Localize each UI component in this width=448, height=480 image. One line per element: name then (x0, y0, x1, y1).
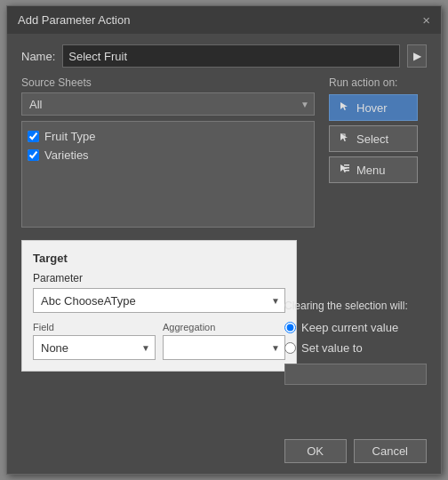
field-select[interactable]: None (33, 335, 156, 360)
run-action-section: Run action on: Hover (329, 76, 427, 228)
svg-rect-3 (344, 170, 349, 172)
source-sheets-label: Source Sheets (21, 76, 315, 89)
footer: OK Cancel (284, 439, 427, 463)
varieties-checkbox[interactable] (28, 149, 39, 161)
hover-icon (339, 100, 351, 116)
name-label: Name: (21, 50, 55, 63)
field-label: Field (33, 322, 156, 332)
close-button[interactable]: × (422, 13, 430, 27)
parameter-select[interactable]: Abc ChooseAType (33, 288, 285, 313)
select-label: Select (356, 132, 388, 146)
menu-icon (339, 163, 351, 178)
ok-button[interactable]: OK (284, 439, 347, 463)
list-item: Varieties (28, 146, 308, 164)
svg-rect-1 (344, 164, 349, 166)
svg-rect-2 (344, 167, 349, 169)
menu-label: Menu (356, 164, 386, 177)
dialog: Add Parameter Action × Name: ▶ Source Sh… (6, 5, 442, 475)
keep-current-row: Keep current value (284, 321, 427, 334)
clearing-section: Clearing the selection will: Keep curren… (284, 300, 427, 385)
fruit-type-label: Fruit Type (44, 130, 96, 143)
keep-current-radio[interactable] (284, 322, 296, 333)
run-action-label: Run action on: (329, 76, 397, 89)
varieties-label: Varieties (44, 148, 89, 162)
source-dropdown[interactable]: All (21, 92, 315, 116)
name-input[interactable] (62, 44, 400, 68)
name-row: Name: ▶ (21, 44, 427, 68)
sheets-list: Fruit Type Varieties (21, 121, 315, 228)
list-item: Fruit Type (28, 127, 308, 146)
set-value-row: Set value to (284, 341, 427, 355)
keep-current-label: Keep current value (301, 321, 398, 334)
set-value-input[interactable] (284, 364, 427, 385)
title-bar: Add Parameter Action × (7, 6, 441, 34)
field-agg-row: Field None ▼ Aggregation ▼ (33, 322, 285, 360)
target-title: Target (33, 252, 285, 265)
set-value-radio[interactable] (284, 342, 296, 354)
cancel-button[interactable]: Cancel (354, 439, 427, 463)
set-value-label: Set value to (301, 341, 363, 355)
agg-col: Aggregation ▼ (163, 322, 285, 360)
select-icon (339, 132, 351, 147)
aggregation-select[interactable] (163, 335, 285, 360)
fruit-type-checkbox[interactable] (28, 131, 39, 142)
source-section: Source Sheets All ▼ Fruit Type Varieties (21, 76, 427, 228)
dialog-title: Add Parameter Action (18, 13, 130, 27)
hover-label: Hover (356, 101, 388, 115)
parameter-label: Parameter (33, 272, 285, 284)
parameter-dropdown-row: Abc ChooseAType ▼ (33, 288, 285, 313)
source-left: Source Sheets All ▼ Fruit Type Varieties (21, 76, 315, 228)
aggregation-label: Aggregation (163, 322, 285, 332)
field-col: Field None ▼ (33, 322, 156, 360)
clearing-label: Clearing the selection will: (284, 300, 427, 312)
target-card: Target Parameter Abc ChooseAType ▼ Field… (21, 240, 297, 372)
source-dropdown-row: All ▼ (21, 92, 315, 116)
menu-button[interactable]: Menu (329, 156, 418, 183)
select-button[interactable]: Select (329, 125, 418, 152)
hover-button[interactable]: Hover (329, 94, 418, 121)
name-arrow-button[interactable]: ▶ (407, 44, 427, 68)
